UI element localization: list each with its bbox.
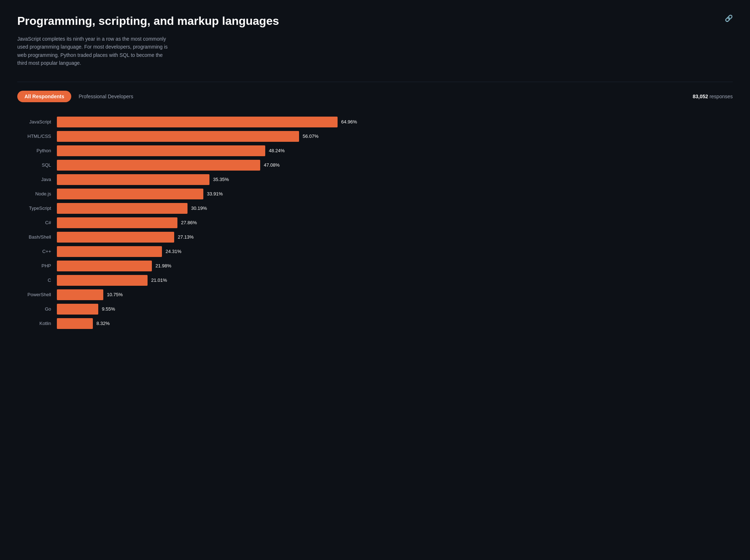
bar-percentage: 35.35% (213, 177, 229, 182)
bar-percentage: 8.32% (96, 321, 110, 326)
chart-row: C21.01% (17, 275, 733, 286)
bar-fill (57, 246, 162, 257)
bar-label: Bash/Shell (17, 234, 57, 240)
bar-percentage: 27.13% (178, 234, 194, 240)
bar-fill (57, 261, 152, 271)
tabs-group: All Respondents Professional Developers (17, 91, 135, 102)
bar-area: 64.96% (57, 117, 733, 127)
bar-percentage: 9.55% (102, 306, 115, 312)
bar-percentage: 27.86% (181, 220, 197, 225)
bar-fill (57, 117, 338, 127)
chart-row: Java35.35% (17, 174, 733, 185)
bar-area: 10.75% (57, 289, 733, 300)
bar-label: Node.js (17, 191, 57, 197)
bar-fill (57, 145, 265, 156)
chart-row: PHP21.98% (17, 261, 733, 271)
bar-area: 35.35% (57, 174, 733, 185)
bar-area: 24.31% (57, 246, 733, 257)
responses-number: 83,052 (693, 94, 708, 99)
chart-container: JavaScript64.96%HTML/CSS56.07%Python48.2… (17, 117, 733, 329)
bar-label: Go (17, 306, 57, 312)
bar-label: C (17, 277, 57, 283)
bar-label: Java (17, 177, 57, 182)
bar-fill (57, 189, 203, 199)
bar-fill (57, 160, 260, 171)
bar-label: JavaScript (17, 119, 57, 125)
bar-area: 56.07% (57, 131, 733, 142)
chart-row: TypeScript30.19% (17, 203, 733, 214)
bar-area: 27.86% (57, 217, 733, 228)
bar-area: 48.24% (57, 145, 733, 156)
bar-area: 8.32% (57, 318, 733, 329)
tabs-row: All Respondents Professional Developers … (17, 91, 733, 102)
chart-row: C++24.31% (17, 246, 733, 257)
bar-fill (57, 304, 98, 315)
bar-percentage: 21.98% (155, 263, 171, 268)
bar-area: 47.08% (57, 160, 733, 171)
bar-fill (57, 275, 148, 286)
bar-area: 21.01% (57, 275, 733, 286)
divider (17, 82, 733, 82)
chart-row: Bash/Shell27.13% (17, 232, 733, 243)
bar-label: PowerShell (17, 292, 57, 297)
chart-row: HTML/CSS56.07% (17, 131, 733, 142)
bar-percentage: 10.75% (107, 292, 123, 297)
bar-area: 21.98% (57, 261, 733, 271)
bar-percentage: 24.31% (166, 249, 181, 254)
chart-row: JavaScript64.96% (17, 117, 733, 127)
bar-percentage: 47.08% (264, 162, 280, 168)
bar-fill (57, 289, 103, 300)
bar-area: 33.91% (57, 189, 733, 199)
responses-label: responses (709, 94, 733, 99)
tab-professional-developers[interactable]: Professional Developers (77, 91, 135, 102)
bar-fill (57, 318, 93, 329)
chart-row: Node.js33.91% (17, 189, 733, 199)
bar-label: C# (17, 220, 57, 225)
bar-fill (57, 217, 177, 228)
bar-fill (57, 174, 209, 185)
bar-label: SQL (17, 162, 57, 168)
bar-label: Python (17, 148, 57, 153)
bar-percentage: 56.07% (303, 134, 318, 139)
chart-row: C#27.86% (17, 217, 733, 228)
bar-label: C++ (17, 249, 57, 254)
chart-row: Kotlin8.32% (17, 318, 733, 329)
bar-percentage: 21.01% (151, 277, 167, 283)
link-icon-top[interactable]: 🔗 (725, 14, 733, 22)
bar-label: TypeScript (17, 206, 57, 211)
bar-percentage: 48.24% (269, 148, 285, 153)
bar-label: HTML/CSS (17, 134, 57, 139)
chart-row: Go9.55% (17, 304, 733, 315)
chart-row: PowerShell10.75% (17, 289, 733, 300)
page-title: Programming, scripting, and markup langu… (17, 14, 733, 28)
tab-all-respondents[interactable]: All Respondents (17, 91, 71, 102)
bar-percentage: 64.96% (341, 119, 357, 125)
bar-label: PHP (17, 263, 57, 268)
bar-fill (57, 232, 174, 243)
bar-label: Kotlin (17, 321, 57, 326)
bar-fill (57, 131, 299, 142)
responses-count: 83,052 responses (693, 94, 733, 99)
description: JavaScript completes its ninth year in a… (17, 35, 168, 67)
chart-row: SQL47.08% (17, 160, 733, 171)
bar-area: 27.13% (57, 232, 733, 243)
bar-area: 9.55% (57, 304, 733, 315)
chart-row: Python48.24% (17, 145, 733, 156)
bar-area: 30.19% (57, 203, 733, 214)
bar-percentage: 30.19% (191, 206, 207, 211)
bar-percentage: 33.91% (207, 191, 223, 197)
bar-fill (57, 203, 188, 214)
